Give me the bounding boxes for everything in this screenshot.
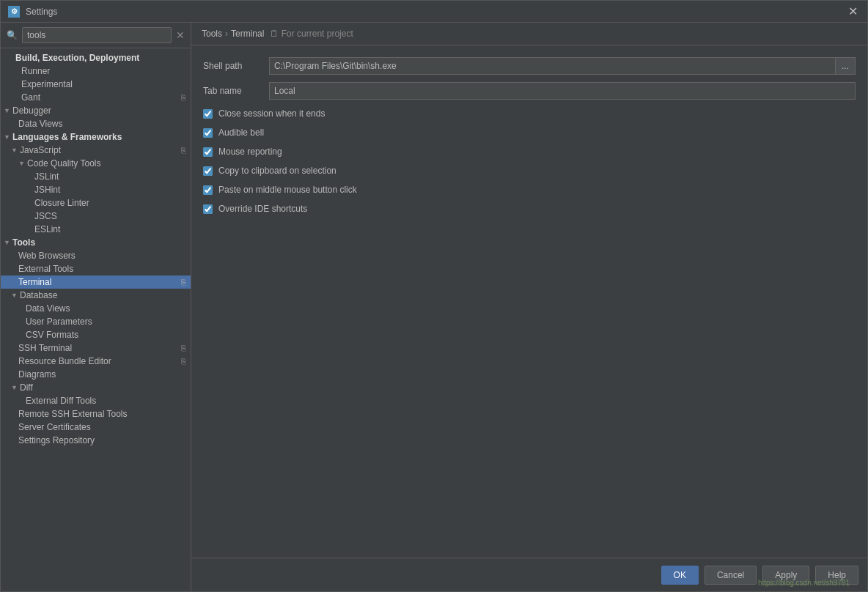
sidebar-item-diagrams[interactable]: Diagrams [1, 368, 191, 381]
title-bar: ⚙ Settings ✕ [1, 1, 867, 23]
copy-clipboard-checkbox[interactable] [203, 166, 213, 176]
checkbox-paste-middle: Paste on middle mouse button click [203, 183, 856, 196]
sidebar-item-code-quality-tools[interactable]: ▼ Code Quality Tools [1, 157, 191, 170]
sidebar-item-label: Web Browsers [18, 251, 191, 261]
arrow-icon: ▼ [11, 147, 20, 154]
sidebar-item-label: JavaScript [20, 145, 181, 155]
sidebar-item-jshint[interactable]: JSHint [1, 183, 191, 196]
sidebar-item-label: JSLint [34, 171, 191, 182]
sidebar-item-label: ESLint [34, 224, 191, 234]
main-content: 🔍 ✕ Build, Execution, Deployment Runner … [1, 23, 867, 591]
arrow-icon: ▼ [18, 160, 27, 167]
search-input[interactable] [22, 27, 172, 43]
sidebar-item-csv-formats[interactable]: CSV Formats [1, 328, 191, 341]
arrow-icon: ▼ [4, 133, 12, 141]
sidebar-item-closure-linter[interactable]: Closure Linter [1, 196, 191, 210]
sidebar-item-label: CSV Formats [26, 330, 191, 340]
tab-name-row: Tab name [203, 82, 856, 100]
sidebar-item-jslint[interactable]: JSLint [1, 170, 191, 183]
sidebar-item-label: User Parameters [26, 317, 191, 327]
breadcrumb-terminal: Terminal [231, 29, 264, 39]
arrow-icon: ▼ [4, 239, 12, 246]
override-ide-checkbox[interactable] [203, 204, 213, 214]
checkbox-close-session: Close session when it ends [203, 107, 856, 120]
breadcrumb-separator: › [225, 29, 228, 39]
paste-middle-checkbox[interactable] [203, 185, 213, 195]
arrow-icon: ▼ [4, 107, 12, 114]
sidebar-item-label: Runner [21, 66, 191, 76]
arrow-icon: ▼ [11, 384, 20, 391]
right-panel: Tools › Terminal 🗒 For current project S… [191, 23, 867, 591]
window-title: Settings [26, 7, 845, 17]
sidebar-item-eslint[interactable]: ESLint [1, 223, 191, 236]
sidebar-item-label: Remote SSH External Tools [18, 409, 191, 419]
sidebar-item-experimental[interactable]: Experimental [1, 78, 191, 91]
app-icon: ⚙ [8, 6, 20, 18]
sidebar-item-label: External Tools [18, 264, 191, 274]
tab-name-input[interactable] [269, 82, 856, 100]
sidebar-item-label: Experimental [21, 79, 191, 89]
settings-window: ⚙ Settings ✕ 🔍 ✕ Build, Execution, Deplo… [0, 0, 868, 592]
shell-path-input[interactable] [269, 57, 836, 75]
checkbox-override-ide: Override IDE shortcuts [203, 202, 856, 215]
sidebar-item-label: Build, Execution, Deployment [15, 53, 191, 63]
sidebar-item-label: Data Views [18, 119, 191, 129]
settings-panel: Shell path ... Tab name Close session wh… [191, 45, 867, 558]
sidebar-item-label: Languages & Frameworks [12, 132, 191, 142]
copy-icon: ⎘ [181, 357, 186, 366]
sidebar-item-jscs[interactable]: JSCS [1, 210, 191, 223]
mouse-reporting-checkbox[interactable] [203, 147, 213, 157]
breadcrumb: Tools › Terminal 🗒 For current project [191, 23, 867, 45]
sidebar-item-settings-repository[interactable]: Settings Repository [1, 434, 191, 447]
sidebar-item-label: Tools [12, 237, 191, 248]
sidebar-item-label: Data Views [26, 303, 191, 314]
sidebar-item-ssh-terminal[interactable]: SSH Terminal ⎘ [1, 341, 191, 355]
copy-icon: ⎘ [181, 93, 186, 102]
cancel-button[interactable]: Cancel [705, 566, 757, 585]
sidebar-item-external-tools[interactable]: External Tools [1, 262, 191, 275]
sidebar-item-terminal[interactable]: Terminal ⎘ [1, 275, 191, 289]
sidebar-item-languages-frameworks[interactable]: ▼ Languages & Frameworks [1, 130, 191, 144]
audible-bell-checkbox[interactable] [203, 128, 213, 138]
search-icon: 🔍 [7, 30, 18, 40]
copy-icon: ⎘ [181, 278, 186, 286]
sidebar-item-label: Diff [20, 382, 191, 393]
copy-clipboard-label: Copy to clipboard on selection [218, 166, 336, 176]
override-ide-label: Override IDE shortcuts [218, 204, 307, 214]
ok-button[interactable]: OK [661, 566, 699, 585]
checkbox-copy-clipboard: Copy to clipboard on selection [203, 164, 856, 177]
sidebar-item-debugger[interactable]: ▼ Debugger [1, 104, 191, 117]
sidebar-item-external-diff-tools[interactable]: External Diff Tools [1, 394, 191, 407]
sidebar-item-javascript[interactable]: ▼ JavaScript ⎘ [1, 144, 191, 157]
sidebar-item-build-execution-deployment[interactable]: Build, Execution, Deployment [1, 51, 191, 64]
sidebar-item-resource-bundle-editor[interactable]: Resource Bundle Editor ⎘ [1, 355, 191, 368]
sidebar-item-label: External Diff Tools [26, 396, 191, 406]
sidebar-item-web-browsers[interactable]: Web Browsers [1, 249, 191, 262]
sidebar-item-diff[interactable]: ▼ Diff [1, 381, 191, 394]
sidebar-item-data-views[interactable]: Data Views [1, 117, 191, 130]
sidebar-item-data-views-db[interactable]: Data Views [1, 302, 191, 315]
breadcrumb-for-project: 🗒 For current project [270, 29, 353, 39]
sidebar-item-label: Server Certificates [18, 422, 191, 432]
sidebar-item-label: Closure Linter [34, 198, 191, 208]
sidebar-item-label: Diagrams [18, 369, 191, 380]
close-session-checkbox[interactable] [203, 109, 213, 119]
checkbox-mouse-reporting: Mouse reporting [203, 145, 856, 158]
close-session-label: Close session when it ends [218, 108, 325, 119]
sidebar-tree: Build, Execution, Deployment Runner Expe… [1, 48, 191, 591]
sidebar-item-label: JSHint [34, 185, 191, 195]
sidebar-item-tools[interactable]: ▼ Tools [1, 236, 191, 249]
sidebar-item-label: Terminal [18, 277, 181, 287]
sidebar-item-server-certificates[interactable]: Server Certificates [1, 421, 191, 434]
search-clear-icon[interactable]: ✕ [176, 29, 185, 41]
sidebar-item-user-parameters[interactable]: User Parameters [1, 315, 191, 328]
sidebar-item-gant[interactable]: Gant ⎘ [1, 91, 191, 104]
sidebar-item-label: Resource Bundle Editor [18, 356, 181, 366]
sidebar-item-runner[interactable]: Runner [1, 64, 191, 78]
sidebar-item-label: Debugger [12, 106, 191, 116]
sidebar-item-database[interactable]: ▼ Database [1, 289, 191, 302]
shell-path-browse-button[interactable]: ... [836, 57, 856, 75]
close-button[interactable]: ✕ [845, 4, 860, 18]
sidebar-item-remote-ssh-external-tools[interactable]: Remote SSH External Tools [1, 407, 191, 421]
bottom-bar: OK Cancel Apply Help https://blog.csdn.n… [191, 558, 867, 591]
